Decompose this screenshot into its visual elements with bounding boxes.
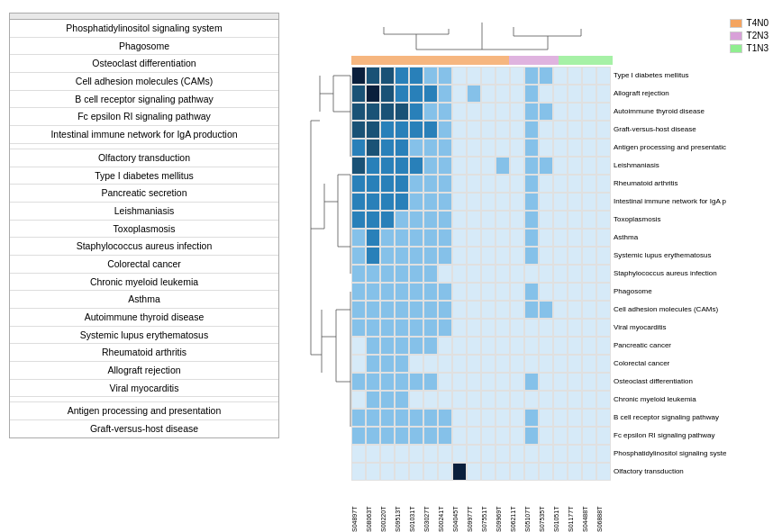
row-label: Graft-versus-host disease xyxy=(614,121,726,139)
row-label: Colorectal cancer xyxy=(614,355,726,373)
heatmap-cell xyxy=(568,391,582,409)
heatmap-cell xyxy=(596,319,611,337)
heatmap-cell xyxy=(568,301,582,319)
heatmap-cell xyxy=(481,463,496,481)
row-label: Viral myocarditis xyxy=(614,319,726,337)
heatmap-cell xyxy=(510,301,524,319)
row-label: Pancreatic cancer xyxy=(614,337,726,355)
heatmap-cell xyxy=(553,409,568,427)
row-label: Systemic lupus erythematosus xyxy=(614,247,726,265)
heatmap-cell xyxy=(366,229,380,247)
heatmap-cell xyxy=(409,139,423,157)
heatmap-cell xyxy=(467,193,481,211)
col-label: S09969T xyxy=(496,482,510,532)
heatmap-cell xyxy=(596,67,611,85)
heatmap-cell xyxy=(568,409,582,427)
col-label: S04488T xyxy=(582,482,596,532)
heatmap-cell xyxy=(553,193,568,211)
heatmap-cell xyxy=(596,85,611,103)
heatmap-cell xyxy=(553,175,568,193)
heatmap-cell xyxy=(510,157,524,175)
heatmap-cell xyxy=(380,445,395,463)
heatmap-cell xyxy=(524,355,539,373)
heatmap-cell xyxy=(351,427,366,445)
heatmap-cell xyxy=(539,301,553,319)
kegg-row: Antigen processing and presentation xyxy=(10,402,278,420)
heatmap-cell xyxy=(351,319,366,337)
heatmap-cell xyxy=(496,157,510,175)
col-label: S09977T xyxy=(467,482,481,532)
heatmap-cell xyxy=(380,337,395,355)
row-label: Osteoclast differentiation xyxy=(614,373,726,391)
left-dendrogram xyxy=(302,67,351,481)
heatmap-cell xyxy=(481,391,496,409)
heatmap-cell xyxy=(409,337,423,355)
heatmap-cell xyxy=(568,265,582,283)
heatmap-cell xyxy=(596,337,611,355)
heatmap-cell xyxy=(524,247,539,265)
heatmap-cell xyxy=(452,175,467,193)
heatmap-cell xyxy=(539,103,553,121)
heatmap-cell xyxy=(380,355,395,373)
heatmap-cell xyxy=(395,121,409,139)
heatmap-cell xyxy=(582,247,596,265)
heatmap-cell xyxy=(510,427,524,445)
row-label: Intestinal immune network for IgA p xyxy=(614,193,726,211)
heatmap-cell xyxy=(582,283,596,301)
heatmap-cell xyxy=(380,301,395,319)
row-label: Type I diabetes mellitus xyxy=(614,67,726,85)
heatmap-cell xyxy=(395,139,409,157)
heatmap-cell xyxy=(380,229,395,247)
kegg-row: Autoimmune thyroid disease xyxy=(10,309,278,327)
row-label: B cell receptor signaling pathway xyxy=(614,409,726,427)
heatmap-cell xyxy=(380,427,395,445)
heatmap-cell xyxy=(467,157,481,175)
heatmap-cell xyxy=(510,265,524,283)
heatmap-cell xyxy=(438,319,452,337)
col-labels: S04897TS08063TS00220TS09513TS01031TS0302… xyxy=(351,482,773,532)
heatmap-cell xyxy=(423,85,438,103)
heatmap-cell xyxy=(496,265,510,283)
heatmap-cell xyxy=(568,85,582,103)
kegg-row: Allograft rejection xyxy=(10,362,278,380)
heatmap-cell xyxy=(539,157,553,175)
heatmap-cell xyxy=(380,319,395,337)
heatmap-cell xyxy=(510,193,524,211)
heatmap-cell xyxy=(524,373,539,391)
heatmap-cell xyxy=(351,175,366,193)
heatmap-cell xyxy=(438,67,452,85)
heatmap-cell xyxy=(467,229,481,247)
heatmap-cell xyxy=(438,301,452,319)
heatmap-cell xyxy=(496,211,510,229)
heatmap-cell xyxy=(553,445,568,463)
kegg-row: Phagosome xyxy=(10,38,278,56)
heatmap-cell xyxy=(366,337,380,355)
row-label: Cell adhesion molecules (CAMs) xyxy=(614,301,726,319)
heatmap-cell xyxy=(539,445,553,463)
heatmap-cell xyxy=(553,319,568,337)
heatmap-cell xyxy=(481,373,496,391)
kegg-header xyxy=(10,14,278,20)
heatmap-cell xyxy=(582,445,596,463)
heatmap-cell xyxy=(582,409,596,427)
heatmap-cell xyxy=(351,391,366,409)
heatmap-cell xyxy=(351,103,366,121)
heatmap-cell xyxy=(380,157,395,175)
heatmap-cell xyxy=(395,229,409,247)
heatmap-cell xyxy=(351,355,366,373)
heatmap-cell xyxy=(510,283,524,301)
kegg-row: Colorectal cancer xyxy=(10,256,278,274)
heatmap-cell xyxy=(467,373,481,391)
heatmap-cell xyxy=(395,247,409,265)
heatmap-cell xyxy=(409,211,423,229)
heatmap-cell xyxy=(553,301,568,319)
heatmap-cell xyxy=(366,139,380,157)
heatmap-cell xyxy=(582,67,596,85)
heatmap-cell xyxy=(596,103,611,121)
row-label: Leishmaniasis xyxy=(614,157,726,175)
heatmap-cell xyxy=(496,463,510,481)
heatmap-cell xyxy=(510,391,524,409)
heatmap-cell xyxy=(409,175,423,193)
heatmap-cell xyxy=(409,265,423,283)
heatmap-cell xyxy=(380,391,395,409)
